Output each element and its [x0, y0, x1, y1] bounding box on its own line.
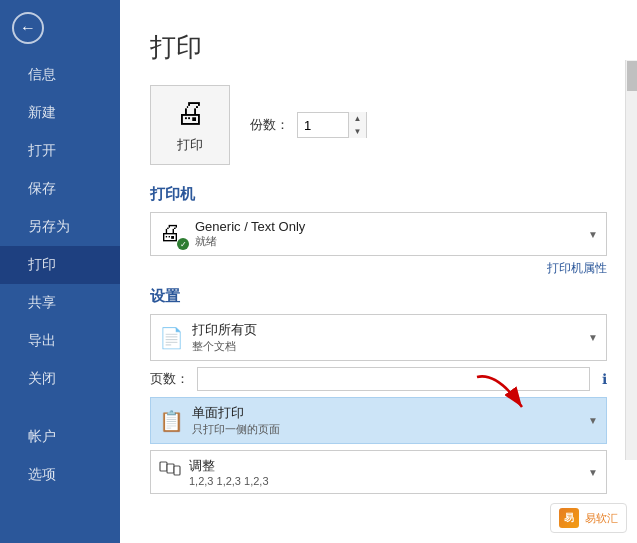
printer-section-title: 打印机	[150, 185, 607, 204]
printer-dropdown[interactable]: 🖨 ✓ Generic / Text Only 就绪 ▼	[150, 212, 607, 256]
sidebar-item-export[interactable]: 导出	[0, 322, 120, 360]
copies-input[interactable]	[298, 113, 348, 137]
pages-label: 页数：	[150, 370, 189, 388]
sidebar-item-options[interactable]: 选项	[0, 456, 120, 494]
printer-icon: 🖨	[175, 96, 205, 130]
printer-name: Generic / Text Only	[195, 219, 305, 234]
single-side-text: 单面打印 只打印一侧的页面	[192, 404, 280, 437]
single-side-container: 📋 单面打印 只打印一侧的页面 ▼	[150, 397, 607, 444]
back-circle-icon: ←	[12, 12, 44, 44]
scrollbar-thumb[interactable]	[627, 61, 637, 91]
sidebar: ← 信息 新建 打开 保存 另存为 打印 共享 导出 关闭 帐户	[0, 0, 120, 543]
pages-dropdown-arrow: ▼	[588, 332, 598, 343]
back-button[interactable]: ←	[8, 8, 48, 48]
collate-label: 调整	[189, 457, 269, 475]
sidebar-item-saveas[interactable]: 另存为	[0, 208, 120, 246]
sidebar-item-share[interactable]: 共享	[0, 284, 120, 322]
svg-rect-1	[160, 462, 167, 471]
sidebar-item-print[interactable]: 打印	[0, 246, 120, 284]
collate-text: 调整 1,2,3 1,2,3 1,2,3	[189, 457, 269, 487]
collate-icon	[159, 459, 181, 486]
print-pages-dropdown[interactable]: 📄 打印所有页 整个文档 ▼	[150, 314, 607, 361]
watermark-logo: 易	[559, 508, 579, 528]
scrollbar-track[interactable]	[625, 60, 637, 460]
collate-dropdown[interactable]: 调整 1,2,3 1,2,3 1,2,3 ▼	[150, 450, 607, 494]
print-action-area: 🖨 打印 份数： ▲ ▼	[150, 85, 607, 165]
main-content: 打印 🖨 打印 份数： ▲ ▼ 打印机 🖨 ✓ Generic / Text O…	[120, 0, 637, 543]
pages-icon: 📄	[159, 326, 184, 350]
printer-info: Generic / Text Only 就绪	[195, 219, 305, 249]
pages-input-wrap	[197, 367, 590, 391]
copies-spinner: ▲ ▼	[348, 112, 366, 138]
print-all-pages-label: 打印所有页	[192, 321, 257, 339]
collate-sub: 1,2,3 1,2,3 1,2,3	[189, 475, 269, 487]
sidebar-nav: 信息 新建 打开 保存 另存为 打印 共享 导出 关闭 帐户 选项	[0, 56, 120, 543]
printer-dropdown-arrow: ▼	[588, 229, 598, 240]
copies-input-wrap: ▲ ▼	[297, 112, 367, 138]
print-button-label: 打印	[177, 136, 203, 154]
copies-area: 份数： ▲ ▼	[250, 112, 367, 138]
sidebar-item-account[interactable]: 帐户	[0, 418, 120, 456]
printer-icon-wrap: 🖨 ✓	[159, 220, 187, 248]
printer-ready-check: ✓	[177, 238, 189, 250]
watermark-badge: 易 易软汇	[550, 503, 627, 533]
pages-info-icon: ℹ	[602, 371, 607, 387]
print-execute-button[interactable]: 🖨 打印	[150, 85, 230, 165]
svg-rect-3	[174, 466, 180, 475]
svg-rect-2	[167, 464, 174, 473]
single-side-icon: 📋	[159, 409, 184, 433]
page-title: 打印	[150, 30, 607, 65]
pages-row: 页数： ℹ	[150, 367, 607, 391]
print-all-pages-sub: 整个文档	[192, 339, 257, 354]
copies-decrement[interactable]: ▼	[349, 125, 366, 138]
copies-increment[interactable]: ▲	[349, 112, 366, 125]
sidebar-item-new[interactable]: 新建	[0, 94, 120, 132]
watermark-text: 易软汇	[585, 511, 618, 526]
pages-input[interactable]	[198, 372, 589, 386]
printer-status: 就绪	[195, 234, 305, 249]
copies-label: 份数：	[250, 116, 289, 134]
single-side-label: 单面打印	[192, 404, 280, 422]
sidebar-item-close[interactable]: 关闭	[0, 360, 120, 398]
single-side-dropdown-arrow: ▼	[588, 415, 598, 426]
printer-properties-link[interactable]: 打印机属性	[547, 261, 607, 275]
settings-section-title: 设置	[150, 287, 607, 306]
sidebar-item-save[interactable]: 保存	[0, 170, 120, 208]
print-pages-text: 打印所有页 整个文档	[192, 321, 257, 354]
sidebar-item-info[interactable]: 信息	[0, 56, 120, 94]
single-side-dropdown[interactable]: 📋 单面打印 只打印一侧的页面 ▼	[150, 397, 607, 444]
single-side-sub: 只打印一侧的页面	[192, 422, 280, 437]
sidebar-item-open[interactable]: 打开	[0, 132, 120, 170]
collate-dropdown-arrow: ▼	[588, 467, 598, 478]
